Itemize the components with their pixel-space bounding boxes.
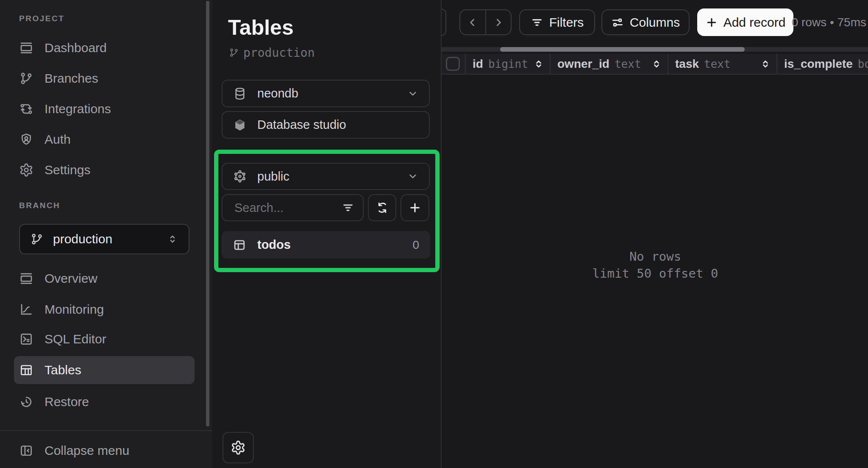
column-type: bigint [488, 58, 528, 70]
chevron-down-icon [407, 170, 419, 182]
column-name: id [473, 57, 483, 71]
monitoring-icon [19, 302, 33, 317]
sidebar-item-settings[interactable]: Settings [19, 157, 189, 183]
column-header-is-complete[interactable]: is_complete bool [776, 54, 868, 74]
settings-icon [19, 163, 33, 177]
table-row-count: 0 [412, 238, 419, 252]
column-type: text [615, 58, 641, 70]
database-studio-button[interactable]: Database studio [222, 111, 430, 139]
sidebar-item-label: Tables [45, 363, 81, 377]
column-header-id[interactable]: id bigint [465, 54, 550, 74]
refresh-button[interactable] [368, 194, 396, 221]
project-section-label: PROJECT [19, 14, 64, 23]
schema-selector-value: public [257, 170, 289, 184]
plus-icon [408, 201, 422, 214]
sidebar-item-restore[interactable]: Restore [19, 389, 189, 415]
neon-console-window: PROJECT Dashboard Branches Integrations … [0, 0, 868, 468]
database-selector[interactable]: neondb [222, 80, 430, 107]
sidebar-item-monitoring[interactable]: Monitoring [19, 297, 189, 322]
sidebar-item-integrations[interactable]: Integrations [19, 96, 189, 122]
panel-title: Tables [228, 15, 294, 40]
studio-settings-button[interactable] [223, 432, 254, 463]
select-all-checkbox[interactable] [446, 57, 460, 71]
column-header-owner-id[interactable]: owner_id text [550, 54, 668, 74]
branch-icon [229, 47, 239, 58]
chevrons-up-down-icon [167, 233, 178, 245]
branch-name-text: production [243, 46, 315, 60]
column-header-task[interactable]: task text [668, 54, 776, 74]
prev-page-button[interactable] [460, 10, 485, 34]
sidebar-divider [0, 430, 212, 431]
table-list-item-todos[interactable]: todos 0 [222, 231, 430, 259]
pagination-group [459, 9, 512, 35]
filter-icon [531, 16, 543, 29]
column-name: task [675, 57, 699, 71]
sliders-icon [611, 16, 624, 29]
empty-state-line1: No rows [442, 248, 868, 265]
add-record-button[interactable]: Add record [697, 8, 793, 36]
filters-button[interactable]: Filters [519, 9, 595, 35]
select-all-cell [442, 54, 465, 74]
filters-label: Filters [549, 15, 584, 30]
sidebar-item-branches[interactable]: Branches [19, 66, 189, 91]
data-grid-panel: Filters Columns Add record 0 rows • 75ms… [441, 0, 868, 468]
sidebar-item-label: Branches [45, 71, 98, 86]
branch-section-label: BRANCH [19, 201, 60, 210]
refresh-icon [376, 201, 389, 214]
panel-branch-name: production [229, 45, 315, 60]
branches-icon [19, 71, 33, 86]
column-name: owner_id [557, 57, 609, 71]
chevron-left-icon [467, 17, 478, 28]
table-icon [233, 238, 246, 252]
sidebar-item-auth[interactable]: Auth [19, 127, 189, 152]
sort-icon [534, 59, 544, 69]
gear-icon [231, 440, 246, 455]
columns-button[interactable]: Columns [601, 9, 690, 35]
sidebar-item-tables[interactable]: Tables [14, 356, 195, 384]
restore-icon [19, 395, 33, 409]
column-name: is_complete [784, 57, 853, 71]
integrations-icon [19, 102, 33, 116]
tables-panel: Tables production neondb Database studio [212, 0, 441, 468]
filter-icon [342, 201, 354, 214]
branch-selector[interactable]: production [19, 224, 189, 254]
horizontal-scrollbar [442, 47, 868, 52]
column-type: bool [858, 58, 868, 70]
sidebar-item-label: Integrations [45, 102, 111, 116]
add-table-button[interactable] [401, 194, 429, 221]
plus-icon [705, 16, 718, 29]
cube-icon [233, 118, 247, 132]
sidebar-scrollbar[interactable] [206, 1, 209, 426]
collapse-menu-button[interactable]: Collapse menu [19, 441, 189, 460]
sidebar-item-label: Settings [45, 163, 90, 177]
schema-icon [233, 169, 247, 184]
table-name: todos [257, 238, 291, 252]
database-icon [233, 86, 247, 101]
dashboard-icon [19, 41, 33, 55]
sidebar-item-overview[interactable]: Overview [19, 266, 189, 291]
branch-selector-value: production [53, 232, 112, 246]
empty-state-message: No rows limit 50 offset 0 [442, 248, 868, 282]
table-search [222, 194, 364, 221]
overview-icon [19, 271, 33, 286]
sidebar-item-label: Auth [45, 132, 71, 147]
sidebar-item-label: Dashboard [45, 41, 107, 55]
sidebar-item-dashboard[interactable]: Dashboard [19, 35, 189, 61]
grid-header-row: id bigint owner_id text task text [442, 54, 868, 75]
horizontal-scrollbar-thumb[interactable] [500, 47, 745, 52]
schema-selector[interactable]: public [222, 163, 430, 190]
table-search-input[interactable] [234, 201, 342, 215]
column-type: text [704, 58, 731, 70]
chevron-down-icon [407, 88, 419, 100]
clipped-toolbar-button[interactable] [441, 8, 446, 36]
sort-icon [760, 59, 771, 69]
sidebar-item-label: Restore [45, 395, 89, 409]
sidebar-item-label: Monitoring [45, 302, 104, 317]
sidebar-item-sql-editor[interactable]: SQL Editor [19, 326, 189, 352]
sql-editor-icon [19, 332, 33, 346]
database-studio-label: Database studio [257, 118, 346, 132]
next-page-button[interactable] [485, 10, 511, 34]
query-status-text: 0 rows • 75ms [792, 16, 866, 29]
sort-icon [651, 59, 662, 69]
collapse-menu-label: Collapse menu [45, 443, 129, 458]
